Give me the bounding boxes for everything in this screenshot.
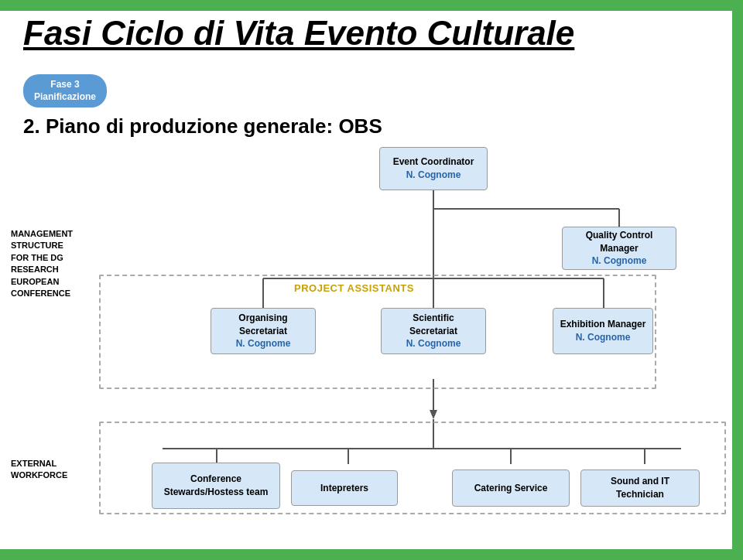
scientific-secretariat-box: Scientific Secretariat N. Cognome	[381, 308, 486, 354]
phase-badge: Fase 3 Pianificazione	[23, 74, 107, 108]
quality-control-title: Quality Control Manager	[569, 229, 669, 255]
right-bar	[732, 0, 743, 560]
exhibition-manager-box: Exhibition Manager N. Cognome	[553, 308, 653, 354]
top-bar	[0, 0, 743, 11]
catering-service-box: Catering Service	[452, 470, 570, 507]
conference-stewards-box: Conference Stewards/Hostess team	[152, 463, 280, 509]
organising-secretariat-box: Organising Secretariat N. Cognome	[211, 308, 316, 354]
event-coordinator-name: N. Cognome	[406, 169, 461, 182]
quality-control-name: N. Cognome	[592, 254, 647, 268]
section-heading: 2. Piano di produzione generale: OBS	[23, 114, 382, 138]
organising-name: N. Cognome	[236, 337, 291, 350]
scientific-name: N. Cognome	[406, 337, 461, 350]
exhibition-title: Exhibition Manager	[560, 318, 646, 331]
phase-line1: Fase 3	[50, 79, 79, 90]
interpreters-label: Intepreters	[320, 482, 368, 495]
event-coordinator-title: Event Coordinator	[393, 155, 474, 169]
svg-marker-9	[430, 410, 437, 419]
catering-label: Catering Service	[474, 482, 548, 495]
organising-title: Organising Secretariat	[217, 312, 309, 338]
external-workforce-label: EXTERNAL WORKFORCE	[11, 458, 80, 482]
page-title: Fasi Ciclo di Vita Evento Culturale	[23, 14, 574, 53]
bottom-bar	[0, 549, 743, 560]
conference-label: Conference Stewards/Hostess team	[159, 473, 273, 499]
quality-control-box: Quality Control Manager N. Cognome	[562, 227, 676, 270]
sound-technician-box: Sound and IT Technician	[580, 470, 700, 507]
phase-line2: Pianificazione	[34, 91, 96, 102]
interpreters-box: Intepreters	[291, 470, 398, 506]
scientific-title: Scientific Secretariat	[388, 312, 479, 338]
management-label: MANAGEMENT STRUCTURE FOR THE DG RESEARCH…	[11, 228, 88, 299]
exhibition-name: N. Cognome	[576, 331, 631, 344]
event-coordinator-box: Event Coordinator N. Cognome	[379, 147, 488, 190]
sound-label: Sound and IT Technician	[587, 475, 693, 501]
